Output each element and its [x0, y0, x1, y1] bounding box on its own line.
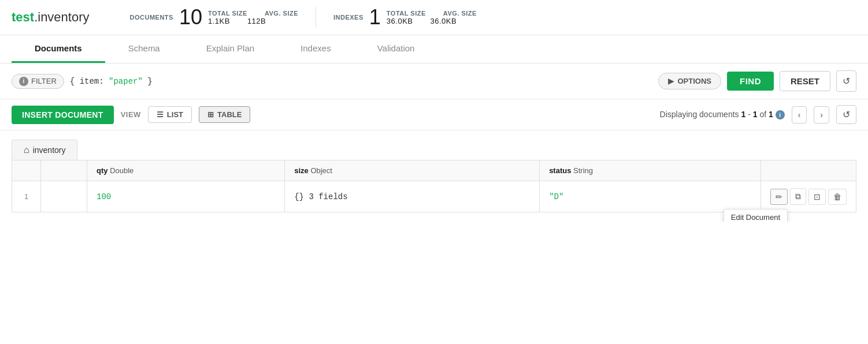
tab-explain-plan[interactable]: Explain Plan: [183, 35, 277, 63]
id-cell: [41, 181, 87, 212]
table-row: 1 100 {} 3 fields "D" ✏ Edit: [12, 181, 856, 212]
idx-size-labels: TOTAL SIZE AVG. SIZE: [387, 10, 477, 17]
filter-bar: i FILTER { item: "paper" } ▶ OPTIONS FIN…: [0, 63, 868, 99]
total-size-label: TOTAL SIZE: [208, 10, 247, 17]
size-cell: {} 3 fields: [285, 181, 540, 212]
header-row: qty Double size Object status String: [12, 160, 856, 181]
th-qty: qty Double: [87, 160, 285, 181]
db-title: test.inventory: [12, 10, 90, 25]
db-name-suffix: .inventory: [34, 10, 89, 24]
list-label: LIST: [167, 110, 183, 119]
displaying-info: Displaying documents 1 - 1 of 1 i: [660, 110, 785, 120]
action-bar: INSERT DOCUMENT VIEW ☰ LIST ⊞ TABLE Disp…: [0, 99, 868, 130]
documents-sizes: TOTAL SIZE AVG. SIZE 1.1KB 112B: [208, 10, 298, 25]
idx-avg-size-label: AVG. SIZE: [443, 10, 477, 17]
status-value: "D": [549, 192, 563, 201]
row-actions: ✏ Edit Document ⧉ ⊡ 🗑: [770, 188, 847, 205]
options-button[interactable]: ▶ OPTIONS: [658, 73, 721, 89]
status-cell: "D": [540, 181, 761, 212]
prev-page-button[interactable]: ‹: [792, 106, 807, 124]
insert-document-button[interactable]: INSERT DOCUMENT: [12, 106, 114, 124]
avg-size-label: AVG. SIZE: [265, 10, 298, 17]
stats-group: DOCUMENTS 10 TOTAL SIZE AVG. SIZE 1.1KB …: [113, 7, 494, 28]
of-label: of: [759, 110, 766, 119]
indexes-count: 1: [369, 7, 381, 28]
th-status: status String: [540, 160, 761, 181]
header: test.inventory DOCUMENTS 10 TOTAL SIZE A…: [0, 0, 868, 35]
reload-icon: ↺: [843, 110, 850, 119]
db-name-prefix: test: [12, 10, 34, 24]
documents-label: DOCUMENTS: [130, 14, 173, 21]
refresh-icon: ↺: [843, 76, 850, 86]
tab-indexes[interactable]: Indexes: [277, 35, 354, 63]
docs-total-size: 1.1KB: [208, 17, 230, 25]
list-icon: ☰: [157, 110, 164, 119]
idx-avg-size: 36.0KB: [430, 17, 457, 25]
tab-validation[interactable]: Validation: [354, 35, 438, 63]
clone-document-button[interactable]: ⊡: [808, 189, 826, 205]
collection-tab[interactable]: ⌂ inventory: [12, 140, 77, 160]
filter-value: { item: "paper" }: [70, 77, 153, 86]
info-circle-icon[interactable]: i: [776, 110, 785, 119]
reload-button[interactable]: ↺: [836, 105, 856, 124]
range-end: 1: [753, 110, 758, 119]
options-label: OPTIONS: [677, 77, 711, 85]
table-label: TABLE: [217, 110, 242, 119]
edit-tooltip-container: ✏ Edit Document: [770, 189, 788, 205]
table-view-button[interactable]: ⊞ TABLE: [199, 106, 250, 123]
table-body: 1 100 {} 3 fields "D" ✏ Edit: [12, 181, 856, 212]
th-id: [41, 160, 87, 181]
options-arrow-icon: ▶: [668, 77, 674, 85]
data-table: qty Double size Object status String: [12, 160, 856, 212]
filter-badge[interactable]: i FILTER: [12, 74, 64, 89]
table-header: qty Double size Object status String: [12, 160, 856, 181]
refresh-button[interactable]: ↺: [836, 70, 856, 92]
filter-info-icon: i: [19, 77, 28, 86]
tabs: Documents Schema Explain Plan Indexes Va…: [0, 35, 868, 63]
tab-schema[interactable]: Schema: [105, 35, 183, 63]
view-label: VIEW: [121, 110, 141, 119]
th-row-num: [12, 160, 41, 181]
copy-document-button[interactable]: ⧉: [790, 188, 806, 205]
documents-stat-block: DOCUMENTS 10 TOTAL SIZE AVG. SIZE 1.1KB …: [113, 7, 316, 28]
home-icon: ⌂: [24, 145, 29, 155]
documents-count: 10: [179, 7, 202, 28]
total-docs: 1: [769, 110, 773, 119]
idx-total-size-label: TOTAL SIZE: [387, 10, 426, 17]
indexes-label: INDEXES: [333, 14, 363, 21]
edit-document-button[interactable]: ✏: [770, 189, 788, 205]
collection-name: inventory: [33, 145, 66, 155]
range-start: 1: [741, 110, 745, 119]
find-button[interactable]: FIND: [727, 72, 774, 91]
reset-button[interactable]: RESET: [780, 71, 830, 91]
list-view-button[interactable]: ☰ LIST: [148, 106, 192, 123]
idx-size-values: 36.0KB 36.0KB: [387, 17, 477, 25]
tab-documents[interactable]: Documents: [12, 35, 105, 63]
actions-cell: ✏ Edit Document ⧉ ⊡ 🗑: [761, 181, 856, 212]
docs-avg-size: 112B: [247, 17, 266, 25]
idx-total-size: 36.0KB: [387, 17, 413, 25]
table-section: ⌂ inventory qty Double size Object: [0, 130, 868, 222]
filter-label: FILTER: [31, 77, 57, 85]
indexes-stat-block: INDEXES 1 TOTAL SIZE AVG. SIZE 36.0KB 36…: [316, 7, 494, 28]
qty-value: 100: [97, 192, 111, 201]
edit-document-tooltip: Edit Document: [724, 209, 788, 222]
indexes-sizes: TOTAL SIZE AVG. SIZE 36.0KB 36.0KB: [387, 10, 477, 25]
size-value: {} 3 fields: [294, 192, 347, 201]
row-number: 1: [12, 181, 41, 212]
th-actions: [761, 160, 856, 181]
table-icon: ⊞: [207, 110, 214, 119]
delete-document-button[interactable]: 🗑: [828, 189, 847, 205]
qty-cell: 100: [87, 181, 285, 212]
table-tab-header: ⌂ inventory: [12, 140, 856, 160]
next-page-button[interactable]: ›: [814, 106, 829, 124]
size-labels: TOTAL SIZE AVG. SIZE: [208, 10, 298, 17]
th-size: size Object: [285, 160, 540, 181]
size-values: 1.1KB 112B: [208, 17, 298, 25]
